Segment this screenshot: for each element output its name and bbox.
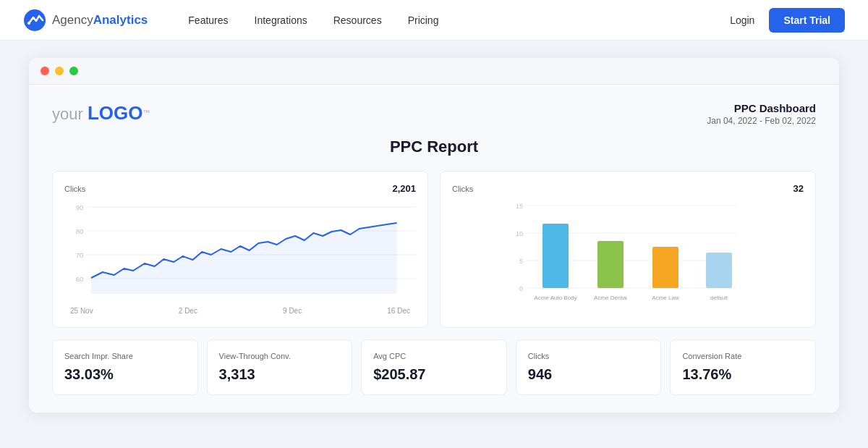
bar-chart-card: Clicks 32 15 10 5 0 (440, 171, 816, 328)
report-title-area: PPC Dashboard Jan 04, 2022 - Feb 02, 202… (707, 102, 816, 126)
ppc-report-title: PPC Report (52, 138, 816, 156)
svg-rect-24 (706, 253, 732, 288)
stat-value-4: 13.76% (682, 366, 804, 383)
nav-resources[interactable]: Resources (333, 14, 382, 26)
login-button[interactable]: Login (730, 14, 754, 26)
line-chart-x-labels: 25 Nov 2 Dec 9 Dec 16 Dec (64, 307, 416, 315)
stat-value-0: 33.03% (64, 366, 186, 383)
logo-link[interactable]: AgencyAnalytics (23, 9, 148, 32)
stat-value-3: 946 (528, 366, 650, 383)
stat-value-1: 3,313 (219, 366, 341, 383)
x-label-2dec: 2 Dec (179, 307, 197, 315)
svg-text:default: default (710, 295, 728, 301)
logo-icon (23, 9, 46, 32)
x-label-9dec: 9 Dec (283, 307, 302, 315)
stat-label-3: Clicks (528, 352, 650, 360)
svg-rect-18 (542, 224, 569, 288)
nav-actions: Login Start Trial (730, 8, 845, 33)
stat-card-2: Avg CPC $205.87 (361, 339, 507, 395)
svg-rect-20 (597, 241, 624, 288)
date-range: Jan 04, 2022 - Feb 02, 2022 (707, 116, 816, 126)
svg-text:70: 70 (76, 252, 84, 259)
logo-tm: ™ (142, 109, 150, 117)
logo-your-text: your (52, 105, 88, 123)
svg-text:80: 80 (76, 228, 84, 235)
svg-text:60: 60 (76, 276, 84, 283)
browser-mockup: your LOGO™ PPC Dashboard Jan 04, 2022 - … (29, 58, 839, 413)
stat-label-2: Avg CPC (373, 352, 495, 360)
browser-bar (29, 58, 839, 85)
bar-chart-header: Clicks 32 (452, 183, 804, 194)
stat-label-1: View-Through Conv. (219, 352, 341, 360)
line-chart-container: 90 80 70 60 25 Nov 2 Dec 9 Dec (64, 200, 416, 316)
svg-text:Acme Law: Acme Law (652, 295, 679, 301)
bar-chart-value: 32 (793, 183, 804, 194)
main-content: your LOGO™ PPC Dashboard Jan 04, 2022 - … (0, 41, 868, 430)
browser-dot-red (41, 67, 49, 75)
stat-card-1: View-Through Conv. 3,313 (207, 339, 353, 395)
nav-links: Features Integrations Resources Pricing (188, 14, 701, 26)
svg-point-1 (27, 22, 30, 25)
line-chart-svg: 90 80 70 60 (64, 200, 416, 301)
logo-text: AgencyAnalytics (52, 13, 148, 28)
report-logo-area: your LOGO™ (52, 102, 150, 124)
charts-row: Clicks 2,201 90 80 70 (52, 171, 816, 328)
start-trial-button[interactable]: Start Trial (769, 8, 845, 33)
dashboard-title: PPC Dashboard (707, 102, 816, 114)
stat-label-0: Search Impr. Share (64, 352, 186, 360)
stat-value-2: $205.87 (373, 366, 495, 383)
svg-text:90: 90 (76, 204, 84, 211)
nav-integrations[interactable]: Integrations (255, 14, 307, 26)
line-chart-header: Clicks 2,201 (64, 183, 416, 194)
line-chart-value: 2,201 (392, 183, 416, 194)
svg-text:15: 15 (516, 203, 523, 210)
svg-text:10: 10 (516, 230, 523, 237)
line-chart-label: Clicks (64, 185, 85, 193)
report-header: your LOGO™ PPC Dashboard Jan 04, 2022 - … (52, 102, 816, 126)
browser-dot-green (69, 67, 78, 75)
browser-dot-yellow (55, 67, 64, 75)
stat-label-4: Conversion Rate (682, 352, 804, 360)
stats-row: Search Impr. Share 33.03% View-Through C… (52, 339, 816, 395)
svg-text:Acme Dental: Acme Dental (594, 295, 627, 301)
nav-pricing[interactable]: Pricing (408, 14, 439, 26)
svg-text:5: 5 (519, 258, 523, 265)
svg-text:0: 0 (519, 285, 523, 292)
stat-card-4: Conversion Rate 13.76% (670, 339, 816, 395)
nav-features[interactable]: Features (188, 14, 228, 26)
navbar: AgencyAnalytics Features Integrations Re… (0, 0, 868, 41)
x-label-16dec: 16 Dec (387, 307, 410, 315)
svg-rect-22 (652, 247, 678, 288)
logo-bold-text: LOGO (88, 102, 143, 124)
report-content: your LOGO™ PPC Dashboard Jan 04, 2022 - … (29, 85, 839, 413)
line-chart-card: Clicks 2,201 90 80 70 (52, 171, 428, 328)
bar-chart-label: Clicks (452, 185, 473, 193)
stat-card-0: Search Impr. Share 33.03% (52, 339, 198, 395)
bar-chart-container: 15 10 5 0 Acme Auto Body (452, 200, 804, 316)
stat-card-3: Clicks 946 (516, 339, 662, 395)
svg-text:Acme Auto Body: Acme Auto Body (534, 295, 576, 301)
x-label-25nov: 25 Nov (70, 307, 93, 315)
bar-chart-svg: 15 10 5 0 Acme Auto Body (452, 200, 804, 312)
